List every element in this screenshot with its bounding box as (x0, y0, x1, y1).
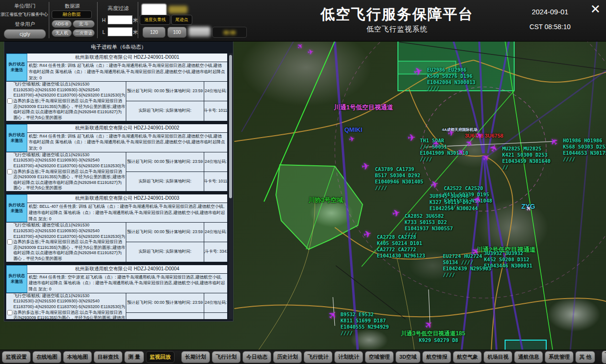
aircraft-data-label: B9532 E9532K811 S1699 D187E1040555 N2949… (341, 311, 389, 337)
datasource-adsb-button[interactable]: ADS-B (52, 20, 72, 28)
redacted-button[interactable] (188, 27, 210, 37)
flight-plan-info: 机型: BELL-407 任务性质: 训练 起飞机场（点）: 建德千岛湖通用机场… (27, 203, 227, 222)
toolbar-button-空域管理[interactable]: 空域管理 (365, 351, 394, 363)
planned-times: 预计起飞时间: 00:00 预计落地时间: 23:59 (126, 152, 204, 172)
flight-airspace-text: 飞行空域/航线: 建德空域:以点1(N291530 E1192530)-2(N2… (13, 82, 126, 120)
altitude-low-input[interactable] (108, 27, 132, 36)
map-text-label: 川通1号低空目视通道 (334, 103, 393, 112)
toolbar-button-今日动态[interactable]: 今日动态 (242, 351, 271, 363)
toolbar-button-监视回放[interactable]: 监视回放 (146, 351, 175, 363)
header-divider (49, 2, 49, 38)
aircraft-icon[interactable]: ✈ (361, 161, 370, 172)
datasource-beidou-button[interactable]: 北 斗 (73, 20, 95, 28)
flight-airspace-text: 飞行空域/航线: 建德空域:以点1(N291530 E1192530)-2(N2… (13, 152, 126, 191)
execution-status-badge: 执行状态未激活 (6, 194, 27, 222)
display-100-button[interactable]: 100 (167, 27, 187, 38)
login-user-label: 登录用户 (2, 21, 48, 28)
toolbar-button-在线地图[interactable]: 在线地图 (33, 351, 61, 363)
header-divider (97, 2, 98, 38)
altitude-high-input[interactable] (108, 15, 132, 24)
redacted-button[interactable]: ▮▮ ▮▮ (212, 27, 247, 38)
redacted-field (168, 6, 187, 13)
altitude-high-label: H (101, 17, 106, 23)
toolbar-button-飞行员报告[interactable]: 飞行员报告 (602, 351, 606, 364)
flight-plan-info: 机型: R44 任务性质: 训练 起飞机场（点）: 建德千岛湖通用机场,千岛湖皇… (27, 133, 227, 152)
aircraft-data-label: EU2986 EU2986K560 S0276 D196E1042004 N30… (427, 67, 475, 92)
toolbar-button-历史计划[interactable]: 历史计划 (273, 351, 302, 363)
toolbar-button-计划统计[interactable]: 计划统计 (334, 351, 363, 363)
flight-plan-checkbox[interactable] (7, 169, 12, 174)
aircraft-icon[interactable]: ✈ (307, 48, 314, 56)
actual-times: 实际起飞时间: 实际落地时间: (126, 172, 204, 191)
planned-times: 预计起飞时间: 00:00 预计落地时间: 23:59 (126, 82, 204, 101)
planned-times: 预计起飞时间: 00:00 预计落地时间: 23:59 (126, 223, 204, 242)
datasource-fusion-button[interactable]: 融合数据 (52, 11, 92, 19)
unit-label: 单位/部门 (2, 3, 48, 10)
system-subtitle: 低空飞行监视系统 (306, 25, 488, 34)
execution-status-badge: 执行状态未激活 (6, 54, 27, 81)
execution-status-badge: 执行状态未激活 (6, 265, 27, 293)
flight-airspace-text: 飞行空域/航线: 建德空域:以点1(N291530 E1192530)-2(N2… (13, 293, 126, 319)
close-icon[interactable]: ✕ (587, 1, 604, 17)
flight-plan-info: 机型: R44 任务性质: 训练 起飞机场（点）: 建德千岛湖通用机场,千岛湖皇… (27, 62, 227, 81)
toolbar-button-本地地图[interactable]: 本地地图 (63, 351, 92, 363)
toolbar-button-监视设置[interactable]: 监视设置 (2, 351, 31, 363)
actual-times: 实际起飞时间: 实际落地时间: (126, 242, 204, 261)
speed-vector-line-button[interactable]: 速度矢量线 (140, 15, 170, 25)
beidou-card-number: 北斗卡号: 101131 (204, 101, 227, 120)
aircraft-data-label: CA2728 CA2728K405 S0214 D101CA2772 CA277… (377, 234, 425, 259)
datasource-ssr-button[interactable]: 二次雷达 (73, 29, 95, 37)
aircraft-icon[interactable]: ✈ (432, 139, 441, 147)
flight-plan-title: 杭州新联通用航空有限公司 HDZJ-240901-D0004 (27, 265, 227, 274)
planned-times: 预计起飞时间: 00:00 预计落地时间: 23:59 (126, 293, 204, 313)
toolbar-button-航空气象[interactable]: 航空气象 (453, 351, 482, 363)
bottom-toolbar: 监视设置在线地图本地地图目标查找测 量监视回放 长期计划飞行计划今日动态历史计划… (0, 350, 606, 364)
execution-status-badge: 执行状态未激活 (6, 124, 27, 152)
toolbar-button-系统管理[interactable]: 系统管理 (545, 351, 573, 363)
flight-plan-checkbox[interactable] (7, 239, 12, 245)
toolbar-button-飞行计划[interactable]: 飞行计划 (212, 351, 241, 363)
header-divider (138, 2, 138, 38)
address-code: 24位地址码: (204, 293, 227, 313)
flight-plan-checkbox[interactable] (7, 310, 12, 315)
low-altitude-flight-platform: 川通1号低空目视通道川协3号空域川通2号低空目视通道川通3号低空目视通道185Q… (0, 0, 606, 364)
toolbar-button-3D空域[interactable]: 3D空域 (396, 351, 420, 363)
flight-plan-checkbox[interactable] (7, 98, 12, 104)
current-date: 2024-09-01 (517, 8, 584, 16)
altitude-low-label: L (101, 29, 106, 35)
flight-plan-title: 杭州新联通用航空有限公司 HDZJ-240901-D0003 (27, 194, 227, 203)
current-user-button[interactable]: cjgly (4, 29, 46, 39)
electronic-process-panel: 电子进程单（6条动态） 执行状态未激活 杭州新联通用航空有限公司 HDZJ-24… (4, 41, 233, 321)
top-header-bar: 单位/部门 浙江省低空飞行服务中心 登录用户 cjgly 数据源 融合数据 高度… (0, 0, 606, 42)
unit-name: 浙江省低空飞行服务中心 (0, 11, 49, 18)
flight-plan-card: 执行状态未激活 杭州新联通用航空有限公司 HDZJ-240901-D0002 机… (6, 124, 228, 192)
toolbar-button-长期计划[interactable]: 长期计划 (181, 351, 210, 363)
display-120-button[interactable]: 120 (143, 27, 165, 38)
platform-title: 低空飞行服务保障平台 (306, 5, 488, 24)
beidou-card-number: 北斗卡号: 101131 (204, 313, 227, 319)
aircraft-icon[interactable]: ✈ (407, 132, 416, 142)
flight-plan-info: 机型: R44 任务性质: 空中游览 起飞机场（点）: 建德千岛湖通用机场,千岛… (27, 274, 227, 293)
toolbar-button-航空情报[interactable]: 航空情报 (422, 351, 451, 363)
address-code: 24位地址码: (204, 152, 227, 172)
flight-airspace-text: 飞行空域/航线: 建德空域:以点1(N291530 E1192530)-2(N2… (13, 223, 126, 261)
toolbar-button-通航信息[interactable]: 通航信息 (514, 351, 543, 363)
flight-plan-card: 执行状态未激活 杭州新联通用航空有限公司 HDZJ-240901-D0001 机… (6, 53, 228, 121)
map-text-label: QMIKI (344, 126, 363, 133)
toolbar-button-其他[interactable]: 其 他 (575, 351, 595, 363)
aircraft-data-label: CA3789 CA1739B517 S0304 D292E1040946 N30… (375, 166, 423, 192)
datasource-uav-button[interactable]: 无人机 (52, 29, 72, 37)
map-text-label: 川协3号空域 (309, 196, 343, 204)
map-text-label: 川通3号低空目视通道185 (401, 330, 465, 338)
toolbar-button-机场目视[interactable]: 机场目视 (484, 351, 512, 363)
toolbar-report-group: 飞行员报告不安全事件重要天气预警特殊任务保障应急救援方格网图 (602, 351, 606, 364)
toolbar-function-group: 长期计划飞行计划今日动态历史计划飞行统计计划统计空域管理3D空域航空情报航空气象… (181, 351, 595, 363)
flight-plan-card-list: 执行状态未激活 杭州新联通用航空有限公司 HDZJ-240901-D0001 机… (6, 53, 228, 319)
toolbar-button-测量[interactable]: 测 量 (124, 351, 144, 363)
aircraft-data-label: 3U3932 3U3932K452 S0208 D312E1043446 N30… (484, 250, 532, 269)
toolbar-button-目标查找[interactable]: 目标查找 (94, 351, 122, 363)
panel-scrollbar-thumb[interactable] (229, 55, 232, 198)
trail-point-button[interactable]: 尾迹点 (171, 15, 192, 25)
toolbar-button-飞行统计[interactable]: 飞行统计 (304, 351, 332, 363)
aircraft-data-label: HO1986 HO1986K568 S0303 D253E1044653 N30… (563, 138, 606, 163)
